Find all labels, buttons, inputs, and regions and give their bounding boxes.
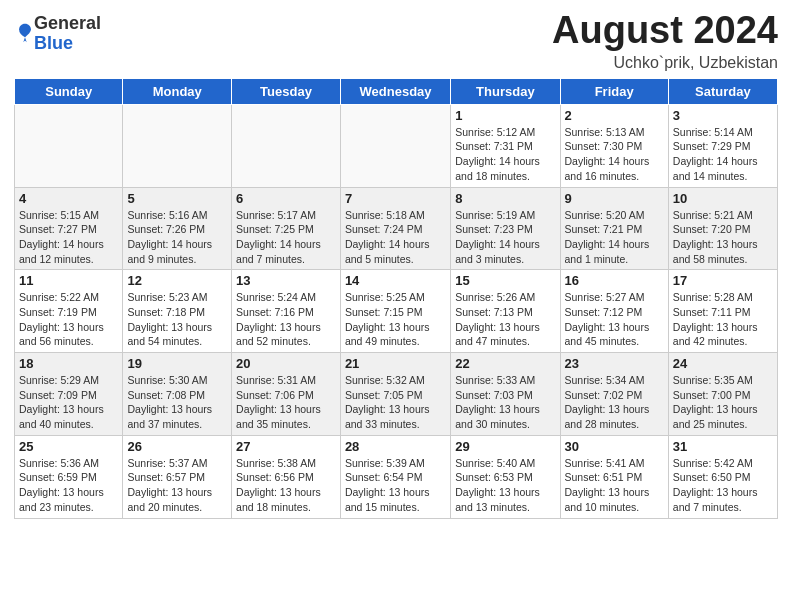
day-info: Sunrise: 5:19 AM Sunset: 7:23 PM Dayligh…: [455, 208, 555, 267]
week-row-5: 25Sunrise: 5:36 AM Sunset: 6:59 PM Dayli…: [15, 435, 778, 518]
location: Uchko`prik, Uzbekistan: [552, 54, 778, 72]
day-info: Sunrise: 5:39 AM Sunset: 6:54 PM Dayligh…: [345, 456, 446, 515]
day-info: Sunrise: 5:33 AM Sunset: 7:03 PM Dayligh…: [455, 373, 555, 432]
day-info: Sunrise: 5:36 AM Sunset: 6:59 PM Dayligh…: [19, 456, 118, 515]
calendar-cell: 30Sunrise: 5:41 AM Sunset: 6:51 PM Dayli…: [560, 435, 668, 518]
day-number: 20: [236, 356, 336, 371]
calendar-cell: [232, 104, 341, 187]
day-info: Sunrise: 5:42 AM Sunset: 6:50 PM Dayligh…: [673, 456, 773, 515]
day-info: Sunrise: 5:25 AM Sunset: 7:15 PM Dayligh…: [345, 290, 446, 349]
calendar-cell: 26Sunrise: 5:37 AM Sunset: 6:57 PM Dayli…: [123, 435, 232, 518]
day-info: Sunrise: 5:20 AM Sunset: 7:21 PM Dayligh…: [565, 208, 664, 267]
day-number: 2: [565, 108, 664, 123]
day-number: 5: [127, 191, 227, 206]
calendar-cell: 10Sunrise: 5:21 AM Sunset: 7:20 PM Dayli…: [668, 187, 777, 270]
day-header-friday: Friday: [560, 78, 668, 104]
day-number: 26: [127, 439, 227, 454]
day-info: Sunrise: 5:15 AM Sunset: 7:27 PM Dayligh…: [19, 208, 118, 267]
calendar: SundayMondayTuesdayWednesdayThursdayFrid…: [14, 78, 778, 519]
day-info: Sunrise: 5:34 AM Sunset: 7:02 PM Dayligh…: [565, 373, 664, 432]
calendar-header-row: SundayMondayTuesdayWednesdayThursdayFrid…: [15, 78, 778, 104]
day-header-sunday: Sunday: [15, 78, 123, 104]
calendar-cell: 14Sunrise: 5:25 AM Sunset: 7:15 PM Dayli…: [340, 270, 450, 353]
calendar-cell: [340, 104, 450, 187]
calendar-cell: 5Sunrise: 5:16 AM Sunset: 7:26 PM Daylig…: [123, 187, 232, 270]
calendar-cell: 19Sunrise: 5:30 AM Sunset: 7:08 PM Dayli…: [123, 353, 232, 436]
month-year: August 2024: [552, 10, 778, 52]
day-info: Sunrise: 5:31 AM Sunset: 7:06 PM Dayligh…: [236, 373, 336, 432]
day-number: 21: [345, 356, 446, 371]
day-number: 10: [673, 191, 773, 206]
day-number: 24: [673, 356, 773, 371]
calendar-cell: 27Sunrise: 5:38 AM Sunset: 6:56 PM Dayli…: [232, 435, 341, 518]
header: General Blue August 2024 Uchko`prik, Uzb…: [14, 10, 778, 72]
week-row-2: 4Sunrise: 5:15 AM Sunset: 7:27 PM Daylig…: [15, 187, 778, 270]
week-row-4: 18Sunrise: 5:29 AM Sunset: 7:09 PM Dayli…: [15, 353, 778, 436]
calendar-cell: 6Sunrise: 5:17 AM Sunset: 7:25 PM Daylig…: [232, 187, 341, 270]
day-number: 18: [19, 356, 118, 371]
day-info: Sunrise: 5:32 AM Sunset: 7:05 PM Dayligh…: [345, 373, 446, 432]
calendar-cell: [15, 104, 123, 187]
day-info: Sunrise: 5:37 AM Sunset: 6:57 PM Dayligh…: [127, 456, 227, 515]
day-number: 31: [673, 439, 773, 454]
logo-icon: [16, 22, 34, 44]
day-info: Sunrise: 5:27 AM Sunset: 7:12 PM Dayligh…: [565, 290, 664, 349]
calendar-cell: 29Sunrise: 5:40 AM Sunset: 6:53 PM Dayli…: [451, 435, 560, 518]
calendar-cell: 9Sunrise: 5:20 AM Sunset: 7:21 PM Daylig…: [560, 187, 668, 270]
title-block: August 2024 Uchko`prik, Uzbekistan: [552, 10, 778, 72]
day-number: 25: [19, 439, 118, 454]
calendar-cell: 1Sunrise: 5:12 AM Sunset: 7:31 PM Daylig…: [451, 104, 560, 187]
day-info: Sunrise: 5:29 AM Sunset: 7:09 PM Dayligh…: [19, 373, 118, 432]
calendar-cell: 8Sunrise: 5:19 AM Sunset: 7:23 PM Daylig…: [451, 187, 560, 270]
calendar-cell: 13Sunrise: 5:24 AM Sunset: 7:16 PM Dayli…: [232, 270, 341, 353]
logo-general: General: [34, 14, 101, 34]
week-row-3: 11Sunrise: 5:22 AM Sunset: 7:19 PM Dayli…: [15, 270, 778, 353]
calendar-cell: 17Sunrise: 5:28 AM Sunset: 7:11 PM Dayli…: [668, 270, 777, 353]
logo: General Blue: [14, 14, 101, 54]
day-number: 13: [236, 273, 336, 288]
day-number: 23: [565, 356, 664, 371]
calendar-cell: 3Sunrise: 5:14 AM Sunset: 7:29 PM Daylig…: [668, 104, 777, 187]
day-info: Sunrise: 5:18 AM Sunset: 7:24 PM Dayligh…: [345, 208, 446, 267]
day-header-monday: Monday: [123, 78, 232, 104]
day-number: 9: [565, 191, 664, 206]
day-header-tuesday: Tuesday: [232, 78, 341, 104]
day-info: Sunrise: 5:26 AM Sunset: 7:13 PM Dayligh…: [455, 290, 555, 349]
calendar-cell: 15Sunrise: 5:26 AM Sunset: 7:13 PM Dayli…: [451, 270, 560, 353]
day-header-thursday: Thursday: [451, 78, 560, 104]
day-info: Sunrise: 5:35 AM Sunset: 7:00 PM Dayligh…: [673, 373, 773, 432]
day-info: Sunrise: 5:21 AM Sunset: 7:20 PM Dayligh…: [673, 208, 773, 267]
day-info: Sunrise: 5:38 AM Sunset: 6:56 PM Dayligh…: [236, 456, 336, 515]
page: General Blue August 2024 Uchko`prik, Uzb…: [0, 0, 792, 533]
day-number: 22: [455, 356, 555, 371]
day-info: Sunrise: 5:24 AM Sunset: 7:16 PM Dayligh…: [236, 290, 336, 349]
calendar-cell: 23Sunrise: 5:34 AM Sunset: 7:02 PM Dayli…: [560, 353, 668, 436]
calendar-cell: 20Sunrise: 5:31 AM Sunset: 7:06 PM Dayli…: [232, 353, 341, 436]
day-info: Sunrise: 5:13 AM Sunset: 7:30 PM Dayligh…: [565, 125, 664, 184]
calendar-cell: 28Sunrise: 5:39 AM Sunset: 6:54 PM Dayli…: [340, 435, 450, 518]
day-number: 14: [345, 273, 446, 288]
calendar-cell: 18Sunrise: 5:29 AM Sunset: 7:09 PM Dayli…: [15, 353, 123, 436]
day-info: Sunrise: 5:40 AM Sunset: 6:53 PM Dayligh…: [455, 456, 555, 515]
day-number: 27: [236, 439, 336, 454]
calendar-cell: 7Sunrise: 5:18 AM Sunset: 7:24 PM Daylig…: [340, 187, 450, 270]
day-number: 7: [345, 191, 446, 206]
calendar-cell: 4Sunrise: 5:15 AM Sunset: 7:27 PM Daylig…: [15, 187, 123, 270]
day-number: 17: [673, 273, 773, 288]
week-row-1: 1Sunrise: 5:12 AM Sunset: 7:31 PM Daylig…: [15, 104, 778, 187]
calendar-cell: 16Sunrise: 5:27 AM Sunset: 7:12 PM Dayli…: [560, 270, 668, 353]
day-info: Sunrise: 5:16 AM Sunset: 7:26 PM Dayligh…: [127, 208, 227, 267]
day-number: 16: [565, 273, 664, 288]
calendar-cell: 21Sunrise: 5:32 AM Sunset: 7:05 PM Dayli…: [340, 353, 450, 436]
day-info: Sunrise: 5:14 AM Sunset: 7:29 PM Dayligh…: [673, 125, 773, 184]
day-number: 6: [236, 191, 336, 206]
day-info: Sunrise: 5:30 AM Sunset: 7:08 PM Dayligh…: [127, 373, 227, 432]
day-info: Sunrise: 5:41 AM Sunset: 6:51 PM Dayligh…: [565, 456, 664, 515]
calendar-cell: 11Sunrise: 5:22 AM Sunset: 7:19 PM Dayli…: [15, 270, 123, 353]
calendar-cell: 25Sunrise: 5:36 AM Sunset: 6:59 PM Dayli…: [15, 435, 123, 518]
day-number: 19: [127, 356, 227, 371]
day-header-wednesday: Wednesday: [340, 78, 450, 104]
day-info: Sunrise: 5:23 AM Sunset: 7:18 PM Dayligh…: [127, 290, 227, 349]
calendar-cell: 24Sunrise: 5:35 AM Sunset: 7:00 PM Dayli…: [668, 353, 777, 436]
day-number: 1: [455, 108, 555, 123]
